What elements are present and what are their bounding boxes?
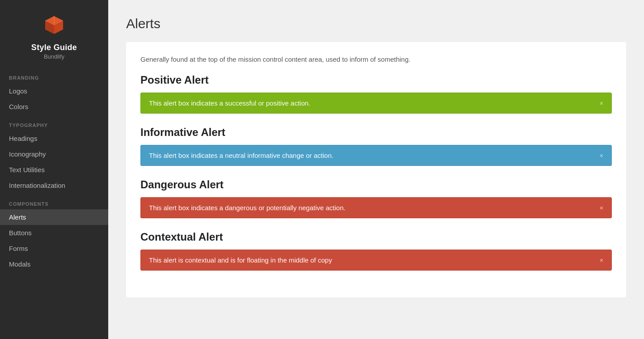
sidebar-item-modals[interactable]: Modals bbox=[0, 256, 108, 272]
card-description: Generally found at the top of the missio… bbox=[140, 55, 612, 63]
alert-text-informative: This alert box indicates a neutral infor… bbox=[149, 152, 594, 159]
alert-close-dangerous[interactable]: × bbox=[600, 204, 603, 212]
sidebar-item-forms[interactable]: Forms bbox=[0, 241, 108, 256]
section-label-components: COMPONENTS bbox=[0, 193, 108, 209]
sidebar-item-headings[interactable]: Headings bbox=[0, 131, 108, 146]
alert-box-dangerous: This alert box indicates a dangerous or … bbox=[140, 197, 612, 218]
logo-area: Style Guide Bundlify bbox=[0, 0, 108, 67]
alert-title-contextual: Contextual Alert bbox=[140, 231, 612, 243]
sidebar-item-buttons[interactable]: Buttons bbox=[0, 225, 108, 241]
alert-box-informative: This alert box indicates a neutral infor… bbox=[140, 145, 612, 166]
alert-text-dangerous: This alert box indicates a dangerous or … bbox=[149, 204, 594, 212]
sidebar-sections: BRANDINGLogosColorsTYPOGRAPHYHeadingsIco… bbox=[0, 67, 108, 272]
sidebar-item-colors[interactable]: Colors bbox=[0, 99, 108, 114]
section-label-typography: TYPOGRAPHY bbox=[0, 114, 108, 131]
alert-title-positive: Positive Alert bbox=[140, 74, 612, 86]
alert-text-positive: This alert box indicates a successful or… bbox=[149, 99, 594, 107]
sidebar-title: Style Guide bbox=[31, 43, 77, 52]
section-label-branding: BRANDING bbox=[0, 67, 108, 83]
alert-close-contextual[interactable]: × bbox=[600, 257, 603, 264]
alert-section-dangerous: Dangerous AlertThis alert box indicates … bbox=[140, 178, 612, 218]
app-logo-icon bbox=[42, 13, 67, 38]
sidebar-item-internationalization[interactable]: Internationalization bbox=[0, 178, 108, 193]
sidebar: Style Guide Bundlify BRANDINGLogosColors… bbox=[0, 0, 108, 339]
alert-close-informative[interactable]: × bbox=[600, 152, 603, 159]
alert-close-positive[interactable]: × bbox=[600, 100, 603, 107]
alert-box-positive: This alert box indicates a successful or… bbox=[140, 93, 612, 114]
sidebar-subtitle: Bundlify bbox=[44, 53, 64, 60]
alert-text-contextual: This alert is contextual and is for floa… bbox=[149, 256, 594, 264]
content-card: Generally found at the top of the missio… bbox=[126, 42, 626, 297]
alert-title-dangerous: Dangerous Alert bbox=[140, 178, 612, 191]
main-content: Alerts Generally found at the top of the… bbox=[108, 0, 644, 339]
alert-section-informative: Informative AlertThis alert box indicate… bbox=[140, 126, 612, 166]
page-title: Alerts bbox=[126, 16, 626, 31]
sidebar-item-logos[interactable]: Logos bbox=[0, 83, 108, 99]
alerts-container: Positive AlertThis alert box indicates a… bbox=[140, 74, 612, 271]
alert-title-informative: Informative Alert bbox=[140, 126, 612, 139]
sidebar-item-text-utilities[interactable]: Text Utilities bbox=[0, 162, 108, 178]
alert-section-positive: Positive AlertThis alert box indicates a… bbox=[140, 74, 612, 114]
sidebar-item-alerts[interactable]: Alerts bbox=[0, 209, 108, 225]
sidebar-item-iconography[interactable]: Iconography bbox=[0, 146, 108, 162]
alert-section-contextual: Contextual AlertThis alert is contextual… bbox=[140, 231, 612, 271]
alert-box-contextual: This alert is contextual and is for floa… bbox=[140, 250, 612, 271]
